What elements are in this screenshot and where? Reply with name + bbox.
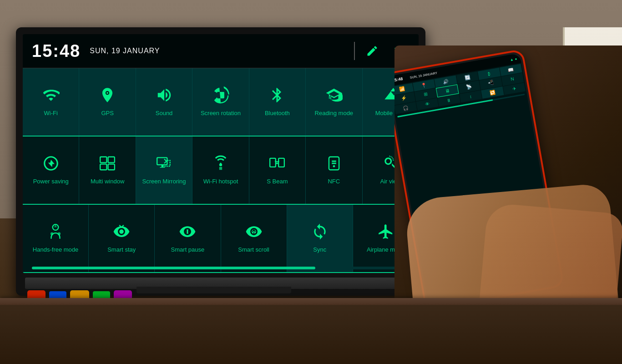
tile-nfc[interactable]: NFC [306,136,362,204]
phone-mw-icon: ⊞ [423,91,428,97]
tile-wifi[interactable]: Wi-Fi [23,68,79,136]
screen-rotation-label: Screen rotation [201,110,241,117]
tile-sync[interactable]: Sync [287,205,353,272]
shelf-front-edge [0,298,622,305]
qs-row-2: Power saving Multi window [23,136,419,205]
screen-mirroring-icon [156,155,173,174]
tile-bluetooth[interactable]: Bluetooth [249,68,306,136]
svg-point-14 [333,165,335,167]
svg-point-17 [58,233,61,235]
wifi-hotspot-label: Wi-Fi hotspot [203,178,238,186]
phone-wifi-indicator: ▲ [510,57,514,62]
svg-rect-10 [279,158,285,167]
status-bar: 15:48 SUN, 19 JANUARY [23,34,419,68]
svg-point-16 [51,233,53,235]
smart-pause-icon [179,223,196,243]
tv-frame: 15:48 SUN, 19 JANUARY [16,27,425,296]
time-display: 15:48 [32,41,81,61]
reading-mode-icon [325,86,343,106]
phone-nfc-icon: N [511,76,515,81]
svg-rect-2 [100,157,106,163]
svg-rect-3 [108,157,115,163]
wifi-icon [42,86,60,106]
progress-bar-container [32,267,410,269]
date-display: SUN, 19 JANUARY [90,47,160,55]
s-beam-icon [268,155,286,174]
multi-window-icon [99,155,116,174]
power-saving-label: Power saving [33,178,69,186]
tile-smart-stay[interactable]: Smart stay [89,205,155,272]
status-divider [354,42,355,60]
phone-mirror-icon: 🖥 [445,88,450,94]
tile-hands-free[interactable]: Hands-free mode [23,205,89,272]
phone-ss-icon: 👁 [425,101,430,107]
smart-stay-label: Smart stay [107,246,136,254]
phone-sound-icon: 🔊 [442,79,449,85]
tile-sound[interactable]: Sound [136,68,192,136]
hand-area: 15:48 SUN, 19 JANUARY ▲ ● 📶 📍 🔊 [394,46,622,341]
quick-settings-grid: Wi-Fi GPS [23,68,419,273]
phone-hf-icon: 🎧 [402,105,409,111]
smart-scroll-label: Smart scroll [238,246,269,254]
svg-rect-4 [100,164,106,170]
tile-smart-scroll[interactable]: Smart scroll [221,205,287,272]
sound-icon [156,86,173,106]
svg-rect-18 [186,229,187,234]
progress-bar-fill [32,267,315,269]
sound-label: Sound [156,110,173,117]
tile-multi-window[interactable]: Multi window [79,136,136,204]
svg-point-1 [106,92,108,94]
sync-label: Sync [313,246,326,254]
bluetooth-label: Bluetooth [265,110,290,117]
smart-stay-icon [113,223,130,243]
qs-row-3: Hands-free mode Smart stay [23,205,419,273]
power-saving-icon [42,155,60,174]
svg-rect-6 [157,157,167,165]
tile-power-saving[interactable]: Power saving [23,136,79,204]
tile-wifi-hotspot[interactable]: Wi-Fi hotspot [192,136,249,204]
phone-status-icons: ▲ ● [510,56,517,62]
phone-sp-icon: ⏸ [446,97,452,103]
phone-wifi-icon: 📶 [399,86,405,92]
sync-icon [311,223,329,243]
nfc-label: NFC [328,178,340,186]
svg-rect-8 [220,162,221,164]
gps-icon [99,86,116,106]
phone-sync-icon: 🔁 [489,90,496,96]
phone-rotation-icon: 🔄 [464,75,470,81]
tile-reading-mode[interactable]: Reading mode [306,68,362,136]
screen-mirroring-label: Screen Mirroring [142,178,186,186]
s-beam-label: S Beam [267,178,288,186]
phone-date: SUN, 19 JANUARY [410,71,437,79]
tile-smart-pause[interactable]: Smart pause [155,205,221,272]
airplane-mode-icon [377,223,394,243]
tile-screen-rotation[interactable]: Screen rotation [192,68,249,136]
phone-bt-icon: ₿ [487,71,491,76]
phone-sb-icon: 📲 [487,80,494,86]
pencil-icon-button[interactable] [362,41,382,61]
phone-scr-icon: ↕ [469,94,472,99]
floor-area [0,305,622,364]
phone-time: 15:48 [394,76,403,83]
tile-s-beam[interactable]: S Beam [249,136,306,204]
wifi-label: Wi-Fi [44,110,58,117]
phone-gps-icon: 📍 [421,82,427,88]
tile-screen-mirroring[interactable]: Screen Mirroring [136,136,192,204]
hands-free-icon [47,223,64,243]
bluetooth-icon [268,86,286,106]
hands-free-label: Hands-free mode [33,246,78,254]
phone-hs-icon: 📡 [466,84,472,90]
reading-mode-label: Reading mode [315,110,354,117]
wifi-hotspot-icon [212,155,229,174]
tile-gps[interactable]: GPS [79,68,136,136]
tv-stand-neck [137,287,291,293]
svg-point-12 [278,161,279,162]
svg-rect-9 [270,158,276,167]
phone-signal-indicator: ● [515,56,517,61]
screen-rotation-icon [212,86,229,106]
gps-label: GPS [101,110,113,117]
phone-air-icon: ✈ [512,86,516,91]
screen-content: 15:48 SUN, 19 JANUARY [23,34,419,273]
qs-row-1: Wi-Fi GPS [23,68,419,136]
tv-screen: 15:48 SUN, 19 JANUARY [23,34,419,273]
